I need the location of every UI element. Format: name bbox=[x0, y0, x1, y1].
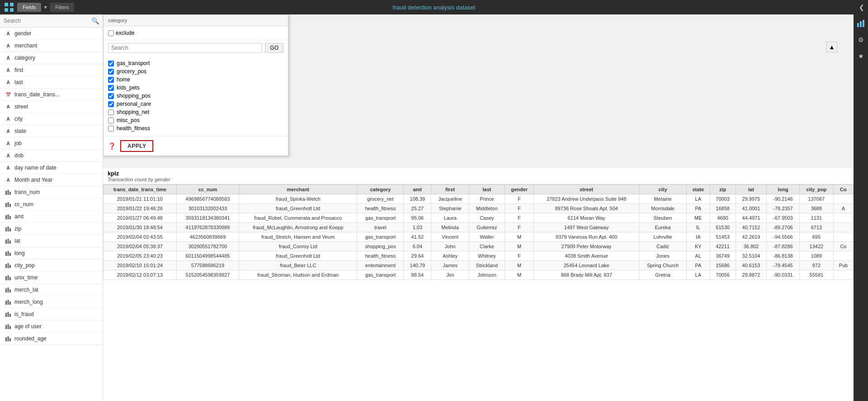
filter-option-misc_pos[interactable]: misc_pos bbox=[108, 116, 283, 124]
table-cell: 2019/02/12 03:07:13 bbox=[104, 270, 177, 280]
svg-rect-21 bbox=[9, 253, 11, 256]
sidebar-field-city[interactable]: Acity bbox=[0, 113, 103, 125]
col-header-category[interactable]: category bbox=[357, 185, 404, 194]
table-cell: Ashley bbox=[431, 251, 469, 261]
filter-option-grocery_pos[interactable]: grocery_pos bbox=[108, 67, 283, 75]
filter-option-gas_transport[interactable]: gas_transport bbox=[108, 59, 283, 67]
svg-rect-35 bbox=[8, 312, 9, 317]
search-input[interactable] bbox=[4, 18, 91, 24]
settings-icon[interactable]: ⚙ bbox=[855, 34, 866, 45]
top-bar: Fields ▼ Filters fraud detection analysi… bbox=[0, 0, 868, 14]
sidebar-field-day_name_of_date[interactable]: Aday name of date bbox=[0, 162, 103, 174]
filter-option-kids_pets[interactable]: kids_pets bbox=[108, 84, 283, 92]
sidebar-field-state[interactable]: Astate bbox=[0, 125, 103, 137]
field-name-label: last bbox=[14, 79, 23, 85]
filter-option-health_fitness[interactable]: health_fitness bbox=[108, 124, 283, 132]
sidebar-field-trans_date_trans...[interactable]: 📅trans_date_trans... bbox=[0, 89, 103, 101]
svg-rect-2 bbox=[5, 8, 8, 12]
sidebar-field-Month_and_Year[interactable]: AMonth and Year bbox=[0, 174, 103, 186]
field-name-label: long bbox=[14, 250, 25, 256]
col-header-amt[interactable]: amt bbox=[404, 185, 431, 194]
col-header-zip[interactable]: zip bbox=[710, 185, 736, 194]
filter-checkbox-shopping_pos[interactable] bbox=[108, 93, 114, 99]
col-header-merchant[interactable]: merchant bbox=[239, 185, 357, 194]
table-cell: fraud_Spinka-Welch bbox=[239, 194, 357, 204]
table-cell: 55581 bbox=[799, 270, 833, 280]
field-type-icon bbox=[5, 298, 12, 306]
table-cell: Co bbox=[833, 242, 853, 251]
col-header-Co[interactable]: Co bbox=[833, 185, 853, 194]
sidebar-field-street[interactable]: Astreet bbox=[0, 101, 103, 113]
star-icon[interactable]: ★ bbox=[855, 51, 866, 61]
sidebar-field-amt[interactable]: amt bbox=[0, 211, 103, 223]
col-header-city[interactable]: city bbox=[639, 185, 686, 194]
sidebar-field-cc_num[interactable]: cc_num bbox=[0, 198, 103, 211]
tab-filters[interactable]: Filters bbox=[50, 3, 74, 12]
filter-checkbox-home[interactable] bbox=[108, 77, 114, 83]
filter-option-personal_care[interactable]: personal_care bbox=[108, 100, 283, 108]
col-header-lat[interactable]: lat bbox=[736, 185, 766, 194]
sidebar-field-long[interactable]: long bbox=[0, 247, 103, 259]
col-header-state[interactable]: state bbox=[687, 185, 710, 194]
sidebar-field-first[interactable]: Afirst bbox=[0, 64, 103, 76]
table-cell: M bbox=[505, 270, 534, 280]
tab-fields[interactable]: Fields bbox=[17, 3, 41, 12]
svg-rect-25 bbox=[5, 276, 7, 280]
sidebar-field-dob[interactable]: Adob bbox=[0, 150, 103, 162]
sidebar-field-lat[interactable]: lat bbox=[0, 235, 103, 247]
sidebar-field-unix_time[interactable]: unix_time bbox=[0, 272, 103, 284]
sidebar-field-job[interactable]: Ajob bbox=[0, 137, 103, 150]
sidebar-field-merch_long[interactable]: merch_long bbox=[0, 296, 103, 308]
chart-icon[interactable] bbox=[855, 18, 866, 29]
svg-rect-43 bbox=[857, 23, 859, 27]
sidebar-field-gender[interactable]: Agender bbox=[0, 28, 103, 40]
apply-button[interactable]: APPLY bbox=[120, 140, 153, 152]
filter-checkbox-shopping_net[interactable] bbox=[108, 109, 114, 115]
help-icon[interactable]: ❓ bbox=[108, 142, 116, 150]
table-cell: 577588686219 bbox=[176, 261, 239, 270]
table-cell: -87.8286 bbox=[767, 242, 800, 251]
sidebar-field-city_pop[interactable]: city_pop bbox=[0, 259, 103, 272]
sidebar-field-zip[interactable]: zip bbox=[0, 223, 103, 235]
up-arrow-button[interactable]: ▲ bbox=[826, 42, 837, 52]
col-header-last[interactable]: last bbox=[469, 185, 505, 194]
collapse-button[interactable]: ❮ bbox=[859, 4, 864, 11]
col-header-city_pop[interactable]: city_pop bbox=[799, 185, 833, 194]
filter-checkbox-gas_transport[interactable] bbox=[108, 61, 114, 66]
filter-option-shopping_net[interactable]: shopping_net bbox=[108, 108, 283, 116]
search-icon[interactable]: 🔍 bbox=[91, 17, 99, 24]
go-button[interactable]: GO bbox=[265, 43, 283, 53]
col-header-street[interactable]: street bbox=[534, 185, 639, 194]
sidebar-field-age_of_user[interactable]: age of user bbox=[0, 321, 103, 333]
filter-option-shopping_pos[interactable]: shopping_pos bbox=[108, 92, 283, 100]
col-header-gender[interactable]: gender bbox=[505, 185, 534, 194]
table-cell: Jacqueline bbox=[431, 194, 469, 204]
exclude-checkbox[interactable] bbox=[108, 30, 114, 36]
filter-checkbox-misc_pos[interactable] bbox=[108, 118, 114, 123]
sidebar-field-rounded_age[interactable]: rounded_age bbox=[0, 333, 103, 345]
filter-checkbox-personal_care[interactable] bbox=[108, 101, 114, 107]
col-header-long[interactable]: long bbox=[767, 185, 800, 194]
table-row: 2019/01/21 11:01:104969856774088583fraud… bbox=[104, 194, 854, 204]
col-header-trans_date_trans_time[interactable]: trans_date_trans_time bbox=[104, 185, 177, 194]
filter-option-home[interactable]: home bbox=[108, 75, 283, 84]
sidebar-field-trans_num[interactable]: trans_num bbox=[0, 186, 103, 198]
col-header-cc_num[interactable]: cc_num bbox=[176, 185, 239, 194]
filter-checkbox-kids_pets[interactable] bbox=[108, 85, 114, 91]
sidebar-field-last[interactable]: Alast bbox=[0, 76, 103, 89]
sidebar-field-merch_lat[interactable]: merch_lat bbox=[0, 284, 103, 296]
table-cell: 40.6153 bbox=[736, 261, 766, 270]
exclude-checkbox-label[interactable]: exclude bbox=[108, 30, 134, 36]
filter-checkbox-health_fitness[interactable] bbox=[108, 126, 114, 132]
filter-search-input[interactable] bbox=[108, 43, 262, 53]
sidebar-field-is_fraud[interactable]: is_fraud bbox=[0, 308, 103, 321]
data-table-container[interactable]: trans_date_trans_timecc_nummerchantcateg… bbox=[103, 184, 854, 401]
sidebar-field-category[interactable]: Acategory bbox=[0, 52, 103, 64]
table-cell: 42211 bbox=[710, 242, 736, 251]
svg-rect-0 bbox=[5, 3, 8, 6]
sidebar-field-merchant[interactable]: Amerchant bbox=[0, 40, 103, 52]
table-cell: 99736 Rose Shoals Apt. 504 bbox=[534, 204, 639, 213]
col-header-first[interactable]: first bbox=[431, 185, 469, 194]
filter-checkbox-grocery_pos[interactable] bbox=[108, 69, 114, 75]
table-cell: Jones bbox=[639, 251, 686, 261]
